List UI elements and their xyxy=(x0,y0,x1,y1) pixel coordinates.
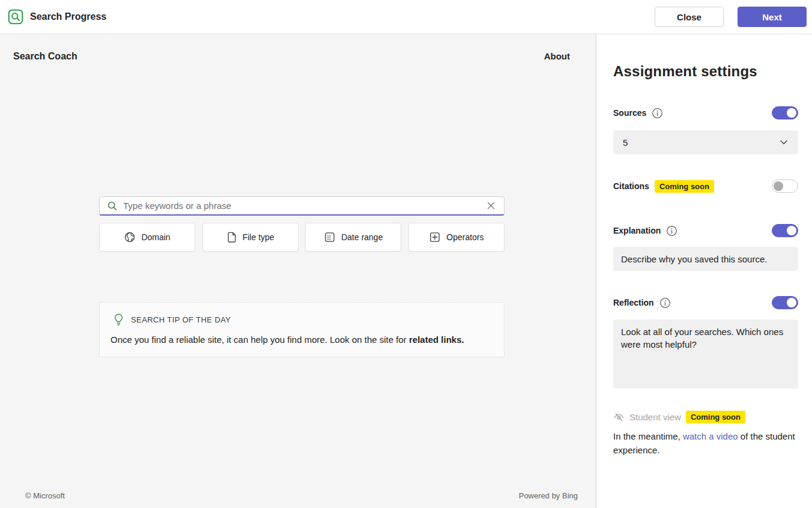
reflection-prompt-field[interactable]: Look at all of your searches. Which ones… xyxy=(613,319,798,389)
search-box xyxy=(99,196,504,216)
info-icon[interactable] xyxy=(659,297,671,309)
app-title: Search Progress xyxy=(30,11,106,22)
sources-count-dropdown[interactable]: 5 xyxy=(613,130,798,154)
clear-search-icon[interactable] xyxy=(485,200,497,211)
domain-filter-button[interactable]: Domain xyxy=(99,223,195,252)
student-view-note: In the meantime, watch a video of the st… xyxy=(613,429,798,457)
sources-count-value: 5 xyxy=(623,138,628,148)
explanation-toggle[interactable] xyxy=(772,224,798,237)
citations-setting-row: Citations Coming soon xyxy=(613,180,798,193)
toggle-knob xyxy=(787,108,796,118)
search-icon xyxy=(107,201,118,211)
tip-body: Once you find a reliable site, it can he… xyxy=(111,334,493,345)
explanation-setting-row: Explanation xyxy=(613,224,798,237)
document-icon xyxy=(226,231,237,243)
assignment-settings-panel: Assignment settings Sources 5 xyxy=(596,34,812,508)
explanation-label: Explanation xyxy=(613,226,661,235)
sources-toggle[interactable] xyxy=(772,106,798,119)
explanation-prompt-field[interactable]: Describe why you saved this source. xyxy=(613,247,798,271)
reflection-toggle[interactable] xyxy=(772,296,798,309)
file-type-filter-button[interactable]: File type xyxy=(202,223,298,252)
search-tip-card: SEARCH TIP OF THE DAY Once you find a re… xyxy=(99,302,504,357)
operators-filter-button[interactable]: Operators xyxy=(408,223,504,252)
close-button[interactable]: Close xyxy=(655,7,724,27)
info-icon[interactable] xyxy=(666,225,677,237)
toggle-knob xyxy=(787,226,796,235)
search-progress-logo-icon xyxy=(8,9,23,25)
eye-off-icon xyxy=(613,411,625,423)
main-footer: © Microsoft Powered by Bing xyxy=(0,491,596,500)
toggle-knob xyxy=(787,298,796,307)
sources-label: Sources xyxy=(613,108,646,118)
lightbulb-icon xyxy=(114,313,124,327)
search-filters: Domain File type xyxy=(99,223,504,252)
watch-video-link[interactable]: watch a video xyxy=(683,431,738,441)
note-prefix: In the meantime, xyxy=(613,431,683,441)
header-actions: Close Next xyxy=(655,7,807,27)
toggle-knob xyxy=(774,181,783,191)
page-title: Search Coach xyxy=(13,51,77,62)
copyright-text: © Microsoft xyxy=(25,491,65,500)
date-range-filter-button[interactable]: Date range xyxy=(305,223,401,252)
filter-label: Operators xyxy=(446,232,483,242)
student-view-row: Student view Coming soon xyxy=(613,411,798,423)
tip-title: SEARCH TIP OF THE DAY xyxy=(131,315,231,324)
about-link[interactable]: About xyxy=(544,51,570,61)
app-header: Search Progress Close Next xyxy=(0,0,812,34)
powered-by-text: Powered by Bing xyxy=(519,491,578,500)
coming-soon-badge: Coming soon xyxy=(655,180,714,193)
next-button[interactable]: Next xyxy=(738,7,807,27)
tip-body-bold: related links. xyxy=(409,334,464,345)
citations-toggle[interactable] xyxy=(772,180,798,193)
filter-label: Domain xyxy=(141,232,170,242)
search-input[interactable] xyxy=(123,201,485,211)
info-icon[interactable] xyxy=(652,107,663,119)
reflection-label: Reflection xyxy=(613,298,654,307)
plus-square-icon xyxy=(429,231,441,243)
filter-label: File type xyxy=(243,232,274,242)
student-view-label: Student view xyxy=(629,412,681,422)
coming-soon-badge: Coming soon xyxy=(686,411,745,423)
search-coach-panel: Search Coach About xyxy=(0,34,596,508)
globe-icon xyxy=(124,231,136,243)
tip-body-text: Once you find a reliable site, it can he… xyxy=(111,334,409,345)
reflection-setting-row: Reflection xyxy=(613,296,798,309)
chevron-down-icon xyxy=(779,138,789,147)
sources-setting-row: Sources xyxy=(613,106,798,119)
calendar-icon xyxy=(324,231,336,243)
filter-label: Date range xyxy=(341,232,383,242)
citations-label: Citations xyxy=(613,181,649,191)
sidebar-title: Assignment settings xyxy=(613,63,798,80)
